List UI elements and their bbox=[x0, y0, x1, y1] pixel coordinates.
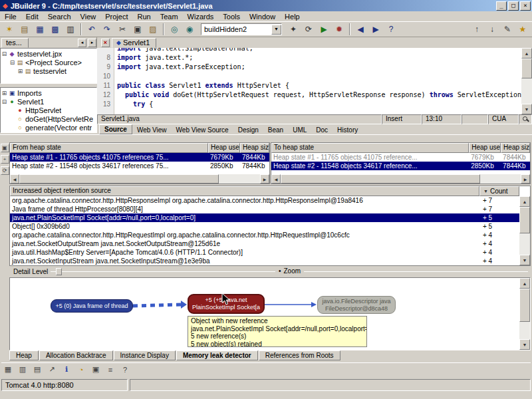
to-table-hscrollbar[interactable]: ◀ ▶ bbox=[271, 174, 530, 184]
tab-references-from-roots[interactable]: References from Roots bbox=[259, 350, 340, 360]
column-header-from-heap-state[interactable]: From heap state bbox=[10, 143, 208, 153]
scroll-tabs-right-icon[interactable]: ▸ bbox=[88, 39, 96, 47]
timer-icon[interactable]: ◔ bbox=[74, 364, 88, 376]
code-editor[interactable]: 8910111213 import java.text.SimpleDateFo… bbox=[97, 48, 532, 114]
scroll-thumb[interactable] bbox=[519, 207, 530, 233]
menu-item[interactable]: Tools bbox=[218, 12, 245, 21]
heap-state-row[interactable]: Heap state #1 - 11765 objects 41075 refe… bbox=[271, 153, 530, 162]
menu-item[interactable]: Help bbox=[280, 12, 305, 21]
minimize-button[interactable]: _ bbox=[496, 1, 507, 11]
combo-dropdown-icon[interactable]: ▼ bbox=[271, 25, 281, 35]
from-table-hscrollbar[interactable]: ◀ ▶ bbox=[10, 174, 269, 184]
project-tree-item[interactable]: ⊟ ▤ <Project Source> bbox=[1, 58, 96, 66]
print-icon[interactable]: ▥ bbox=[16, 364, 29, 376]
editor-scrollbar[interactable]: ▲ ▼ bbox=[521, 48, 532, 114]
project-tree-item[interactable]: ⊟ ◆ testservlet.jpx bbox=[1, 49, 96, 58]
reference-graph[interactable]: +5 (0) Java frame of thread +5 (+5) java… bbox=[9, 277, 531, 350]
make-icon[interactable]: ✦ bbox=[286, 23, 301, 36]
columns-icon[interactable]: ≡ bbox=[104, 364, 117, 376]
file-tab-servlet1[interactable]: ◆ Servlet1 bbox=[112, 38, 156, 48]
tab-web-view[interactable]: Web View bbox=[132, 126, 172, 134]
menu-item[interactable]: Project bbox=[100, 12, 132, 21]
menu-item[interactable]: Search bbox=[43, 12, 76, 21]
expander-icon[interactable]: ⊟ bbox=[1, 51, 8, 57]
back-icon[interactable]: ◀ bbox=[353, 23, 368, 36]
retention-row[interactable]: java.net.PlainSocketImpl Socket[addr=/nu… bbox=[10, 213, 530, 222]
expander-icon[interactable]: ⊞ bbox=[17, 68, 24, 74]
print-icon[interactable]: ▥ bbox=[63, 23, 78, 36]
menu-item[interactable]: Window bbox=[245, 12, 280, 21]
search-icon[interactable]: ◎ bbox=[167, 23, 182, 36]
menu-item[interactable]: File bbox=[0, 12, 21, 21]
detail-level-slider[interactable] bbox=[56, 268, 62, 275]
info-icon[interactable]: ℹ bbox=[60, 364, 73, 376]
column-header-heap-size[interactable]: Heap size bbox=[501, 143, 530, 153]
tab-allocation-backtrace[interactable]: Allocation Backtrace bbox=[39, 350, 113, 360]
retention-scrollbar[interactable]: ▲ ▼ bbox=[519, 196, 530, 265]
zoom-icon[interactable] bbox=[519, 114, 532, 124]
zoom-slider[interactable]: •Zoom bbox=[275, 267, 304, 275]
tab-heap[interactable]: Heap bbox=[9, 350, 39, 360]
scroll-up-icon[interactable]: ▲ bbox=[519, 278, 530, 289]
menu-item[interactable]: Wizards bbox=[183, 12, 219, 21]
menu-item[interactable]: Team bbox=[156, 12, 183, 21]
new-icon[interactable]: ✶ bbox=[2, 23, 17, 36]
tab-source[interactable]: Source bbox=[99, 124, 132, 134]
maximize-button[interactable]: □ bbox=[508, 1, 519, 11]
retention-row[interactable]: org.apache.catalina.connector.http.HttpR… bbox=[10, 231, 530, 239]
scroll-thumb[interactable] bbox=[521, 59, 532, 78]
scroll-thumb[interactable] bbox=[519, 289, 530, 322]
column-header-heap-used[interactable]: Heap used bbox=[208, 143, 240, 153]
scroll-left-icon[interactable]: ◀ bbox=[10, 174, 19, 184]
graph-node-filedescriptor[interactable]: java.io.FileDescriptor javaFileDescripto… bbox=[317, 296, 396, 314]
run-icon[interactable]: ▶ bbox=[317, 23, 331, 36]
graph-scrollbar[interactable]: ▲ ▼ bbox=[519, 278, 530, 350]
column-header-to-heap-state[interactable]: To heap state bbox=[271, 143, 469, 153]
undo-icon[interactable]: ↶ bbox=[84, 23, 99, 36]
scroll-up-icon[interactable]: ▲ bbox=[521, 48, 532, 59]
retention-row[interactable]: Object[] 0x309b6d0 + 5 bbox=[10, 222, 530, 231]
tab-history[interactable]: History bbox=[332, 126, 362, 134]
save-snapshot-icon[interactable]: ▦ bbox=[1, 364, 15, 376]
mark-heap-icon[interactable]: + bbox=[1, 155, 9, 164]
next-message-icon[interactable]: ↓ bbox=[485, 23, 499, 36]
structure-tree-item[interactable]: ○ doGet(HttpServletRe bbox=[1, 114, 96, 123]
debug-icon[interactable]: ✹ bbox=[332, 23, 346, 36]
column-header-count[interactable]: ▼Count bbox=[479, 186, 519, 196]
retention-row[interactable]: java.net.SocketInputStream java.net.Sock… bbox=[10, 257, 530, 265]
retention-row[interactable]: org.apache.catalina.connector.http.HttpR… bbox=[10, 196, 530, 205]
horizontal-splitter[interactable] bbox=[0, 134, 532, 141]
scroll-left-icon[interactable]: ◀ bbox=[271, 174, 281, 184]
cut-icon[interactable]: ✂ bbox=[115, 23, 130, 36]
copy-icon[interactable]: ▣ bbox=[130, 23, 145, 36]
forward-icon[interactable]: ▶ bbox=[368, 23, 383, 36]
target-configuration-combo[interactable]: buildHidden2 ▼ bbox=[201, 23, 282, 35]
column-header-heap-used[interactable]: Heap used bbox=[469, 143, 501, 153]
retention-row[interactable]: java.net.SocketOutputStream java.net.Soc… bbox=[10, 239, 530, 248]
tab-doc[interactable]: Doc bbox=[311, 126, 332, 134]
retention-row[interactable]: Java frame of thread HttpProcessor[8080]… bbox=[10, 205, 530, 213]
help-icon[interactable]: ? bbox=[118, 364, 132, 376]
structure-tree-item[interactable]: ○ generate(Vector entr bbox=[1, 123, 96, 132]
heap-state-row[interactable]: Heap state #1 - 11765 objects 41075 refe… bbox=[10, 153, 269, 162]
open-project-icon[interactable]: ▤ bbox=[17, 23, 32, 36]
tab-design[interactable]: Design bbox=[233, 126, 263, 134]
title-bar[interactable]: ◆ JBuilder 9 - C:/tmp/testservlet/src/te… bbox=[0, 0, 532, 11]
tab-bean[interactable]: Bean bbox=[263, 126, 288, 134]
snapshot-icon[interactable]: ▣ bbox=[89, 364, 102, 376]
tab-memory-leak-detector[interactable]: Memory leak detector bbox=[176, 350, 258, 360]
scroll-right-icon[interactable]: ▶ bbox=[260, 174, 269, 184]
heap-state-row[interactable]: Heap state #2 - 11548 objects 34617 refe… bbox=[10, 162, 269, 170]
column-header-retention-source[interactable]: Increased object retention source bbox=[10, 186, 479, 196]
scroll-thumb[interactable] bbox=[19, 174, 219, 184]
snapshot-camera-icon[interactable]: ▣ bbox=[1, 144, 9, 152]
menu-item[interactable]: Edit bbox=[21, 12, 43, 21]
project-pane-tab[interactable]: tes... bbox=[1, 38, 29, 48]
tab-web-view-source[interactable]: Web View Source bbox=[172, 126, 233, 134]
expander-icon[interactable]: ⊟ bbox=[9, 59, 16, 66]
graph-node-java-frame[interactable]: +5 (0) Java frame of thread bbox=[51, 299, 133, 313]
scroll-thumb[interactable] bbox=[281, 174, 480, 184]
close-file-icon[interactable]: × bbox=[101, 39, 110, 47]
bookmark-icon[interactable]: ★ bbox=[515, 23, 530, 36]
edit-config-icon[interactable]: ✎ bbox=[500, 23, 515, 36]
